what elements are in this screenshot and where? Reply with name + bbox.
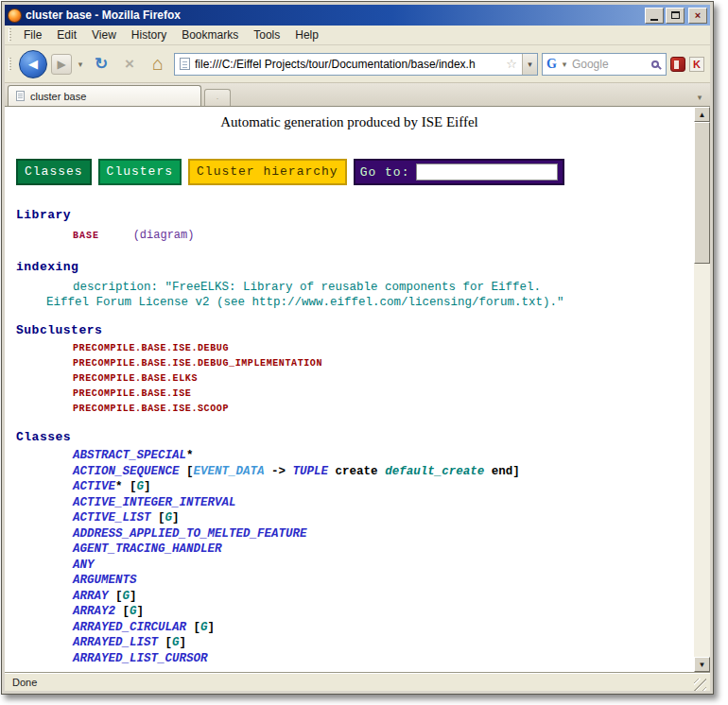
- maximize-button[interactable]: [666, 8, 685, 24]
- class-link[interactable]: ABSTRACT_SPECIAL: [73, 449, 186, 462]
- class-entry: ARRAYED_LIST [G]: [16, 635, 683, 651]
- subcluster-link[interactable]: PRECOMPILE.BASE.ISE.SCOOP: [16, 402, 683, 417]
- menubar-grip[interactable]: [9, 28, 11, 42]
- class-text: default_create: [385, 465, 484, 478]
- refresh-button[interactable]: ↻: [89, 52, 113, 77]
- class-link[interactable]: ARRAY2: [73, 605, 115, 618]
- description-line: description: "FreeELKS: Library of reusa…: [16, 280, 683, 295]
- back-button[interactable]: ◀: [19, 50, 47, 78]
- class-text: [328, 465, 336, 478]
- classes-list: ABSTRACT_SPECIAL*ACTION_SEQUENCE [EVENT_…: [16, 448, 683, 666]
- class-text: G: [172, 636, 180, 649]
- forward-button[interactable]: ▶: [51, 54, 72, 75]
- class-link[interactable]: ARGUMENTS: [73, 574, 137, 587]
- search-bar[interactable]: G ▾ Google: [542, 53, 667, 76]
- class-entry: ARRAY2 [G]: [16, 604, 683, 620]
- class-entry: ACTIVE_INTEGER_INTERVAL: [16, 495, 683, 511]
- menu-edit[interactable]: Edit: [50, 26, 83, 43]
- class-link[interactable]: ARRAYED_LIST_CURSOR: [73, 652, 208, 665]
- subcluster-link[interactable]: PRECOMPILE.BASE.ELKS: [16, 371, 683, 387]
- class-link[interactable]: ARRAYED_LIST: [73, 636, 158, 649]
- class-text: * [: [115, 480, 137, 493]
- class-link[interactable]: ADDRESS_APPLIED_TO_MELTED_FEATURE: [73, 527, 307, 541]
- class-text: [: [115, 605, 130, 618]
- home-button[interactable]: ⌂: [146, 52, 170, 77]
- class-link[interactable]: ACTIVE_LIST: [73, 511, 151, 524]
- document-page: Automatic generation produced by ISE Eif…: [5, 107, 694, 672]
- class-link[interactable]: ARRAY: [73, 590, 109, 603]
- class-link[interactable]: ARRAYED_CIRCULAR: [73, 621, 186, 634]
- diagram-link[interactable]: (diagram): [133, 229, 195, 242]
- nav-button-classes[interactable]: Classes: [16, 159, 92, 185]
- address-input[interactable]: [195, 58, 501, 71]
- menu-view[interactable]: View: [85, 26, 123, 43]
- subcluster-link[interactable]: PRECOMPILE.BASE.ISE.DEBUG: [16, 341, 683, 356]
- class-entry: AGENT_TRACING_HANDLER: [16, 542, 683, 558]
- scroll-up-button[interactable]: ▲: [694, 107, 710, 122]
- class-entry: ARRAY [G]: [16, 589, 683, 605]
- class-text: ]: [208, 621, 216, 634]
- class-text: [: [151, 511, 165, 524]
- subcluster-link[interactable]: PRECOMPILE.BASE.ISE.DEBUG_IMPLEMENTATION: [16, 356, 683, 371]
- scrollbar-thumb[interactable]: [694, 122, 710, 264]
- class-link[interactable]: EVENT_DATA: [194, 465, 265, 478]
- address-bar[interactable]: ☆ ▾: [174, 53, 538, 76]
- nav-button-clusters[interactable]: Clusters: [98, 159, 182, 185]
- search-input[interactable]: Google: [572, 58, 649, 71]
- class-text: [: [180, 465, 194, 478]
- class-link[interactable]: AGENT_TRACING_HANDLER: [73, 542, 222, 556]
- minimize-button[interactable]: [645, 8, 664, 24]
- vertical-scrollbar[interactable]: ▲ ▼: [694, 107, 710, 672]
- history-dropdown-button[interactable]: ▾: [76, 60, 85, 69]
- cluster-base-link[interactable]: BASE: [73, 231, 99, 241]
- addon-icon-red[interactable]: [670, 57, 685, 72]
- stop-button[interactable]: ×: [117, 52, 142, 77]
- menu-file[interactable]: File: [17, 26, 48, 43]
- subcluster-link[interactable]: PRECOMPILE.BASE.ISE: [16, 387, 683, 402]
- indexing-heading: indexing: [16, 260, 683, 274]
- tab-cluster-base[interactable]: cluster base: [8, 85, 201, 106]
- resize-grip[interactable]: [694, 679, 706, 691]
- minimize-icon: [650, 19, 658, 21]
- new-tab-button[interactable]: ·: [204, 89, 231, 106]
- nav-button-cluster-hierarchy[interactable]: Cluster hierarchy: [188, 159, 347, 185]
- navigation-toolbar: ◀ ▶ ▾ ↻ × ⌂ ☆ ▾ G ▾ Google K: [5, 45, 710, 83]
- close-button[interactable]: ×: [688, 8, 707, 24]
- content-area: Automatic generation produced by ISE Eif…: [5, 107, 710, 672]
- class-link[interactable]: ACTIVE: [73, 480, 115, 493]
- search-icon[interactable]: [651, 60, 659, 68]
- class-entry: ACTIVE* [G]: [16, 479, 683, 495]
- description-line: Eiffel Forum License v2 (see http://www.…: [16, 295, 683, 310]
- addon-icon-k[interactable]: K: [689, 57, 704, 72]
- menu-bookmarks[interactable]: Bookmarks: [175, 26, 245, 43]
- class-link[interactable]: ACTIVE_INTEGER_INTERVAL: [73, 496, 236, 509]
- menu-tools[interactable]: Tools: [247, 26, 286, 43]
- page-nav-buttons: ClassesClustersCluster hierarchy: [16, 159, 347, 185]
- status-bar: Done: [5, 672, 710, 691]
- menu-help[interactable]: Help: [288, 26, 325, 43]
- search-engine-dropdown[interactable]: ▾: [560, 60, 569, 69]
- address-dropdown-button[interactable]: ▾: [522, 54, 537, 75]
- class-text: end: [492, 465, 513, 478]
- maximize-icon: [671, 11, 680, 19]
- scroll-down-button[interactable]: ▼: [694, 657, 710, 672]
- bookmark-star-icon[interactable]: ☆: [506, 57, 517, 71]
- navbar-grip[interactable]: [9, 58, 11, 71]
- site-favicon: [180, 58, 190, 70]
- class-link[interactable]: ACTION_SEQUENCE: [73, 465, 180, 478]
- classes-heading: Classes: [16, 430, 683, 444]
- google-logo-icon: G: [546, 57, 557, 72]
- scrollbar-track[interactable]: [694, 122, 710, 657]
- library-entry: BASE (diagram): [16, 226, 683, 243]
- menu-history[interactable]: History: [125, 26, 173, 43]
- class-entry: ANY: [16, 558, 683, 574]
- class-entry: ARGUMENTS: [16, 573, 683, 589]
- class-entry: ARRAYED_CIRCULAR [G]: [16, 620, 683, 636]
- tab-list-dropdown-button[interactable]: ▾: [692, 89, 707, 106]
- class-entry: ABSTRACT_SPECIAL*: [16, 448, 683, 464]
- class-link[interactable]: TUPLE: [293, 465, 329, 478]
- class-link[interactable]: ANY: [73, 559, 95, 572]
- class-text: [: [186, 621, 200, 634]
- home-icon: ⌂: [152, 53, 164, 75]
- goto-input[interactable]: [416, 163, 558, 181]
